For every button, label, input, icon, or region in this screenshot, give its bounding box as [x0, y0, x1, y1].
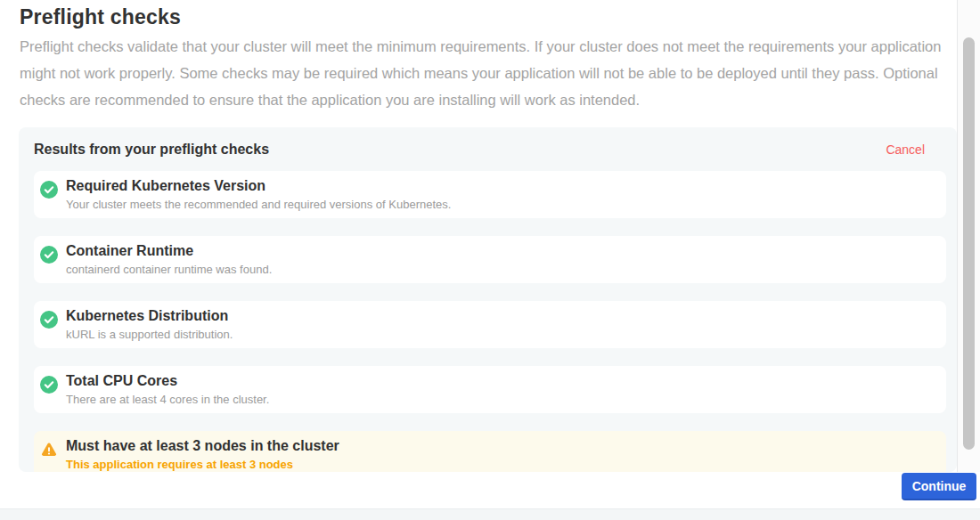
check-card: Must have at least 3 nodes in the cluste… [34, 431, 946, 472]
scrollbar-thumb[interactable] [963, 37, 975, 450]
preflight-results-panel: Results from your preflight checks Cance… [19, 127, 957, 472]
success-icon [40, 376, 58, 394]
check-card: Container Runtime containerd container r… [34, 236, 946, 283]
check-message: kURL is a supported distribution. [66, 329, 233, 341]
check-title: Total CPU Cores [66, 373, 269, 389]
check-title: Required Kubernetes Version [66, 178, 451, 194]
success-icon [40, 181, 58, 199]
success-icon [40, 311, 58, 329]
footer-bar: Continue [0, 472, 980, 520]
check-message: There are at least 4 cores in the cluste… [66, 394, 269, 406]
check-card: Required Kubernetes Version Your cluster… [34, 171, 946, 218]
page-description: Preflight checks validate that your clus… [20, 33, 946, 113]
success-icon [40, 246, 58, 264]
check-card: Total CPU Cores There are at least 4 cor… [34, 366, 946, 413]
preflight-checks-page: Preflight checks Preflight checks valida… [0, 0, 980, 520]
panel-header: Results from your preflight checks Cance… [34, 142, 946, 158]
results-heading: Results from your preflight checks [34, 142, 269, 158]
checks-list: Required Kubernetes Version Your cluster… [34, 171, 946, 472]
warning-icon [40, 441, 58, 459]
bottom-strip [0, 508, 980, 520]
check-title: Kubernetes Distribution [66, 308, 233, 324]
check-message: containerd container runtime was found. [66, 264, 272, 276]
check-title: Must have at least 3 nodes in the cluste… [66, 438, 339, 454]
page-title: Preflight checks [20, 5, 181, 29]
cancel-link[interactable]: Cancel [886, 142, 925, 157]
check-message: This application requires at least 3 nod… [66, 459, 339, 471]
continue-button[interactable]: Continue [902, 473, 976, 500]
check-title: Container Runtime [66, 243, 272, 259]
check-card: Kubernetes Distribution kURL is a suppor… [34, 301, 946, 348]
check-message: Your cluster meets the recommended and r… [66, 199, 451, 211]
